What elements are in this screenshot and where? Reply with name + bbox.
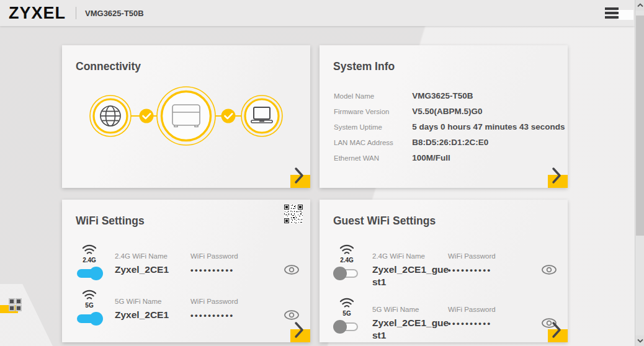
guest-24g-show-password-button[interactable] [541, 264, 563, 288]
guest-5g-name-value: Zyxel_2CE1_guest1 [372, 317, 449, 342]
info-value: 100M/Full [412, 153, 568, 163]
info-row-model-name: Model Name VMG3625-T50B [334, 91, 568, 101]
guest-24g-name-value: Zyxel_2CE1_guest1 [372, 264, 449, 288]
wifi-5g-signal-icon: 5G [76, 288, 103, 309]
info-row-ethernet-wan: Ethernet WAN 100M/Full [334, 153, 568, 163]
band-label: 5G [333, 310, 360, 317]
device-model-label: VMG3625-T50B [85, 9, 144, 18]
internet-node[interactable] [90, 95, 131, 136]
wifi-24g-name-value: Zyxel_2CE1 [115, 264, 192, 280]
guest-wifi-settings-card: Guest WiFi Settings 2.4G 2.4G Wi [320, 200, 568, 342]
wifi-qr-code-icon[interactable] [284, 205, 303, 223]
eye-icon [541, 264, 557, 275]
wan-status-check-icon [140, 109, 154, 123]
wifi-24g-toggle[interactable] [76, 267, 104, 280]
info-label: Ethernet WAN [334, 153, 412, 163]
client-node[interactable] [241, 95, 282, 136]
wifi-band-5g-row: 5G 5G WiFi Name WiFi Password Zyxel_2CE1… [76, 288, 310, 326]
scrollbar-thumb[interactable] [636, 16, 644, 236]
system-info-title: System Info [333, 60, 568, 73]
info-value: V5.50(ABPM.5)G0 [412, 106, 568, 117]
guest-wifi-bands: 2.4G 2.4G WiFi Name WiFi Password Zyxel_… [320, 242, 568, 342]
card-grid: Connectivity [62, 45, 568, 342]
band-label: 5G [76, 302, 103, 309]
guest-band-24g-row: 2.4G 2.4G WiFi Name WiFi Password Zyxel_… [333, 242, 568, 288]
wifi-5g-toggle[interactable] [76, 312, 104, 326]
info-value: 5 days 0 hours 47 minutes 43 seconds [412, 122, 568, 132]
router-node[interactable] [157, 87, 215, 145]
wifi-settings-title: WiFi Settings [76, 215, 310, 228]
info-label: LAN MAC Address [334, 137, 412, 148]
connectivity-diagram [62, 66, 310, 166]
wifi-band-24g-row: 2.4G 2.4G WiFi Name WiFi Password Zyxel_… [76, 242, 310, 280]
wifi-24g-name-label: 2.4G WiFi Name [115, 252, 190, 264]
toggle-knob [89, 312, 103, 326]
wifi-settings-details-button[interactable] [290, 329, 310, 342]
chevron-up-icon [637, 3, 643, 7]
guest-5g-toggle[interactable] [333, 320, 362, 334]
chevron-right-icon [293, 321, 305, 339]
info-label: Firmware Version [334, 106, 412, 117]
wifi-bands: 2.4G 2.4G WiFi Name WiFi Password Zyxel_… [62, 242, 310, 326]
logo-divider [76, 7, 76, 19]
hamburger-bar [605, 7, 619, 10]
zyxel-logo: ZYXEL [9, 4, 66, 23]
system-info-details-button[interactable] [548, 175, 568, 188]
info-value: B8:D5:26:D1:2C:E0 [412, 137, 568, 148]
guest-wifi-settings-title: Guest WiFi Settings [333, 215, 568, 228]
guest-5g-signal-icon: 5G [333, 296, 360, 317]
scroll-down-button[interactable] [635, 335, 644, 346]
guest-24g-password-value: •••••••••• [448, 265, 541, 288]
eye-icon [284, 309, 300, 321]
hamburger-bar [605, 12, 619, 14]
menu-highlight [617, 10, 633, 20]
wifi-24g-show-password-button[interactable] [284, 264, 306, 280]
hamburger-menu-icon[interactable] [605, 7, 619, 20]
guest-24g-name-label: 2.4G WiFi Name [372, 252, 448, 264]
page-content: ZYXEL VMG3625-T50B Connectivity [0, 0, 635, 346]
guest-5g-name-label: 5G WiFi Name [372, 306, 448, 317]
guest-5g-password-label: WiFi Password [448, 306, 541, 317]
guest-24g-password-label: WiFi Password [448, 252, 541, 264]
guest-24g-signal-icon: 2.4G [333, 242, 360, 264]
wifi-5g-name-label: 5G WiFi Name [115, 298, 190, 309]
wifi-5g-password-label: WiFi Password [190, 298, 284, 309]
grid-apps-icon [9, 298, 23, 313]
guest-wifi-details-button[interactable] [548, 329, 568, 342]
scroll-up-button[interactable] [635, 0, 644, 11]
info-label: System Uptime [334, 122, 412, 132]
info-row-lan-mac: LAN MAC Address B8:D5:26:D1:2C:E0 [334, 137, 568, 148]
connectivity-details-button[interactable] [290, 175, 310, 188]
eye-icon [284, 264, 300, 275]
wifi-24g-password-label: WiFi Password [190, 252, 284, 264]
guest-24g-toggle[interactable] [333, 267, 362, 280]
vertical-scrollbar[interactable] [635, 0, 644, 346]
wifi-settings-card: WiFi Settings 2.4G 2.4G WiFi Nam [62, 200, 310, 342]
toggle-knob [89, 267, 103, 280]
chevron-right-icon [550, 166, 563, 185]
hamburger-bar [605, 16, 619, 19]
top-bar: ZYXEL VMG3625-T50B [0, 0, 635, 26]
info-row-uptime: System Uptime 5 days 0 hours 47 minutes … [334, 122, 568, 132]
menu-area [605, 6, 626, 20]
connectivity-card: Connectivity [62, 45, 310, 188]
info-value: VMG3625-T50B [412, 91, 568, 101]
chevron-down-icon [637, 339, 643, 343]
band-label: 2.4G [76, 257, 103, 264]
info-row-firmware: Firmware Version V5.50(ABPM.5)G0 [334, 106, 568, 117]
band-label: 2.4G [333, 257, 360, 264]
wifi-5g-name-value: Zyxel_2CE1 [115, 309, 192, 326]
toggle-knob [333, 267, 347, 280]
lan-status-check-icon [221, 109, 236, 123]
system-info-card: System Info Model Name VMG3625-T50B Firm… [320, 45, 568, 188]
guest-band-5g-row: 5G 5G WiFi Name WiFi Password Zyxel_2CE1… [333, 296, 568, 342]
system-info-rows: Model Name VMG3625-T50B Firmware Version… [334, 91, 568, 163]
info-label: Model Name [334, 91, 412, 101]
wifi-5g-password-value: •••••••••• [190, 311, 284, 326]
chevron-right-icon [550, 321, 563, 339]
toggle-knob [333, 320, 347, 334]
chevron-right-icon [293, 166, 305, 185]
guest-5g-password-value: •••••••••• [448, 319, 541, 342]
widget-dock-button[interactable] [0, 298, 26, 314]
wifi-24g-password-value: •••••••••• [190, 265, 284, 280]
